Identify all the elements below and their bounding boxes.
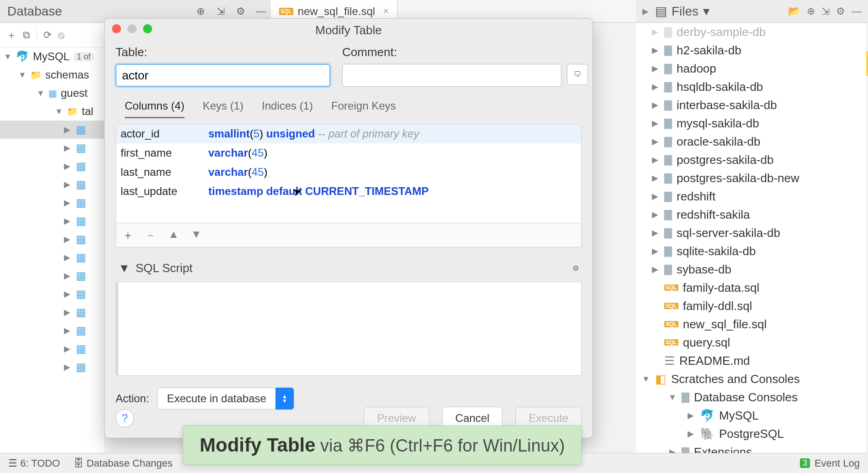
chevron-right-icon[interactable]: ▶ — [668, 447, 677, 453]
chevron-right-icon[interactable]: ▶ — [64, 161, 72, 171]
column-row[interactable]: actor_id smallint(5) unsigned -- part of… — [116, 124, 581, 143]
table-row[interactable]: ▶▦ — [0, 121, 104, 139]
chevron-right-icon[interactable]: ▶ — [64, 198, 72, 208]
tree-node-folder[interactable]: ▶▇sqlite-sakila-db — [636, 242, 866, 260]
zoom-window-icon[interactable] — [143, 24, 152, 33]
chevron-right-icon[interactable]: ▶ — [651, 45, 660, 55]
chevron-right-icon[interactable]: ▶ — [651, 137, 660, 147]
chevron-down-icon[interactable]: ▼ — [37, 89, 45, 98]
minimize-icon[interactable]: — — [852, 5, 862, 17]
chevron-right-icon[interactable]: ▶ — [651, 246, 660, 256]
chevron-right-icon[interactable]: ▶ — [651, 118, 660, 128]
table-row[interactable]: ▶▦ — [0, 321, 104, 340]
chevron-down-icon[interactable]: ▼ — [55, 107, 63, 116]
table-row[interactable]: ▶▦ — [0, 340, 104, 358]
tree-node-folder[interactable]: ▶▇postgres-sakila-db-new — [636, 169, 866, 187]
column-row[interactable]: first_name varchar(45) — [116, 143, 581, 163]
tab-columns[interactable]: Columns (4) — [125, 100, 185, 118]
tab-foreign-keys[interactable]: Foreign Keys — [331, 100, 396, 118]
chevron-right-icon[interactable]: ▶ — [64, 326, 72, 336]
tree-node-extensions[interactable]: ▶▇Extensions — [636, 443, 866, 453]
tree-node-folder[interactable]: ▶▇hsqldb-sakila-db — [636, 78, 866, 96]
tree-node-db-consoles[interactable]: ▼▇Database Consoles — [636, 388, 866, 406]
tree-node-sqlfile[interactable]: SQLquery.sql — [636, 333, 866, 352]
chevron-right-icon[interactable]: ▶ — [64, 344, 72, 354]
status-event-log[interactable]: Event Log — [815, 457, 860, 469]
chevron-right-icon[interactable]: ▶ — [64, 234, 72, 244]
tree-node-sqlfile[interactable]: SQLfamily-ddl.sql — [636, 297, 866, 315]
add-icon[interactable]: ＋ — [6, 28, 16, 42]
table-row[interactable]: ▶▦ — [0, 285, 104, 303]
files-tree[interactable]: ▶▇derby-sample-db ▶▇h2-sakila-db ▶▇hadoo… — [636, 23, 866, 453]
table-row[interactable]: ▶▦ — [0, 194, 104, 212]
chevron-right-icon[interactable]: ▶ — [64, 143, 72, 153]
chevron-right-icon[interactable]: ▶ — [64, 216, 72, 226]
add-column-button[interactable]: ＋ — [122, 228, 133, 242]
column-row[interactable]: last_name varchar(45) — [116, 163, 581, 182]
tree-node-folder[interactable]: ▶▇postgres-sakila-db — [636, 151, 866, 169]
tree-node-file[interactable]: ☰README.md — [636, 352, 866, 370]
tree-node-folder[interactable]: ▶▇interbase-sakila-db — [636, 96, 866, 114]
table-row[interactable]: ▶▦ — [0, 230, 104, 248]
chevron-right-icon[interactable]: ▶ — [64, 252, 72, 263]
status-db-changes[interactable]: 🗄 Database Changes — [74, 457, 172, 469]
table-row[interactable]: ▶▦ — [0, 303, 104, 321]
chevron-right-icon[interactable]: ▶ — [651, 82, 660, 92]
table-name-input[interactable] — [116, 64, 330, 87]
chevron-right-icon[interactable]: ▶ — [651, 264, 660, 274]
database-tree[interactable]: ▼ 🐬 MySQL 1 of ▼ 📁 schemas ▼ ▦ guest ▼ 📁… — [0, 47, 104, 453]
chevron-right-icon[interactable]: ▶ — [64, 362, 72, 372]
tree-node-console-postgres[interactable]: ▶🐘PostgreSQL — [636, 425, 866, 443]
close-window-icon[interactable] — [112, 24, 121, 33]
chevron-down-icon[interactable]: ▼ — [118, 261, 130, 275]
chevron-right-icon[interactable]: ▶ — [651, 173, 660, 183]
chevron-right-icon[interactable]: ▶ — [64, 179, 72, 189]
tab-keys[interactable]: Keys (1) — [203, 100, 243, 118]
tree-node-scratches[interactable]: ▼◧Scratches and Consoles — [636, 370, 866, 388]
dialog-titlebar[interactable]: Modify Table — [105, 19, 593, 39]
sql-script-editor[interactable] — [116, 282, 582, 376]
table-row[interactable]: ▶▦ — [0, 358, 104, 376]
table-row[interactable]: ▶▦ — [0, 212, 104, 230]
chevron-right-icon[interactable]: ▶ — [642, 6, 649, 16]
files-title[interactable]: ▤ Files ▾ — [655, 4, 709, 19]
chevron-right-icon[interactable]: ▶ — [651, 191, 660, 201]
chevron-right-icon[interactable]: ▶ — [64, 125, 72, 135]
chevron-right-icon[interactable]: ▶ — [64, 271, 72, 281]
tree-node-folder[interactable]: ▶▇oracle-sakila-db — [636, 132, 866, 151]
tree-node-sqlfile[interactable]: SQLfamily-data.sql — [636, 279, 866, 297]
table-row[interactable]: ▶▦ — [0, 139, 104, 157]
chevron-down-icon[interactable]: ▼ — [668, 393, 677, 402]
chevron-down-icon[interactable]: ▼ — [4, 52, 12, 62]
split-icon[interactable]: ⇲ — [821, 5, 830, 17]
gear-icon[interactable]: ⚙ — [836, 5, 845, 17]
table-row[interactable]: ▶▦ — [0, 248, 104, 267]
help-button[interactable]: ? — [116, 409, 134, 427]
chevron-right-icon[interactable]: ▶ — [651, 228, 660, 238]
tree-node-folder[interactable]: ▶▇mysql-sakila-db — [636, 114, 866, 132]
tree-node-folder[interactable]: ▶▇sybase-db — [636, 260, 866, 279]
chevron-right-icon[interactable]: ▶ — [64, 289, 72, 299]
gear-icon[interactable]: ⚙ — [572, 264, 579, 273]
tree-node-folder[interactable]: ▶▇redshift-sakila — [636, 205, 866, 224]
folder-open-icon[interactable]: 📂 — [788, 5, 800, 17]
expand-comment-button[interactable]: 🗨 — [567, 64, 588, 85]
action-select[interactable]: Execute in database ▲▼ — [157, 388, 294, 410]
chevron-right-icon[interactable]: ▶ — [64, 307, 72, 317]
tree-node-sqlfile[interactable]: SQLnew_sql_file.sql — [636, 315, 866, 333]
tree-node-folder[interactable]: ▶▇hadoop — [636, 59, 866, 78]
column-row[interactable]: last_update timestamp default CURRENT_TI… — [116, 182, 581, 201]
chevron-right-icon[interactable]: ▶ — [651, 210, 660, 220]
tab-indices[interactable]: Indices (1) — [262, 100, 313, 118]
minimize-window-icon[interactable] — [127, 24, 137, 33]
comment-input[interactable] — [342, 64, 561, 87]
select-stepper-icon[interactable]: ▲▼ — [275, 388, 294, 410]
move-up-button[interactable]: ▲ — [168, 228, 179, 242]
chevron-right-icon[interactable]: ▶ — [651, 63, 660, 74]
chevron-right-icon[interactable]: ▶ — [651, 27, 660, 37]
chevron-right-icon[interactable]: ▶ — [686, 429, 695, 439]
tree-node-folder[interactable]: ▶▇redshift — [636, 187, 866, 205]
remove-column-button[interactable]: － — [145, 228, 156, 242]
move-down-button[interactable]: ▼ — [191, 228, 202, 242]
tree-node-guest[interactable]: ▼ ▦ guest — [0, 84, 104, 102]
